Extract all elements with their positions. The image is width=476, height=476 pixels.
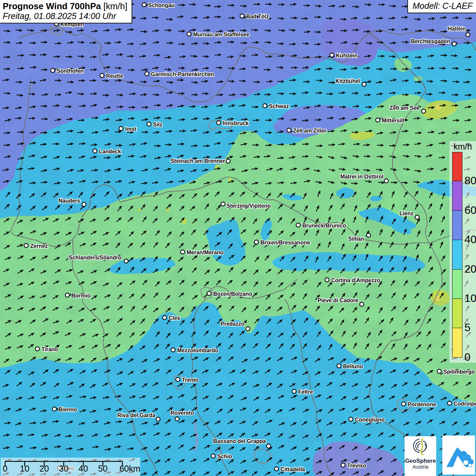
city-label: Spilimbergo bbox=[443, 369, 475, 375]
city-label: Schongau bbox=[148, 2, 174, 8]
city-label: Mittersill bbox=[382, 118, 404, 123]
legend-value: 80 bbox=[464, 174, 476, 187]
legend-segment bbox=[452, 181, 462, 210]
mountain-cloud-icon bbox=[442, 436, 475, 475]
legend-title: km/h bbox=[449, 142, 476, 152]
city-label: Imst bbox=[125, 126, 137, 132]
city-label: Matrei in Osttirol bbox=[340, 174, 384, 180]
city-label: Bienno bbox=[58, 407, 77, 412]
city-label: Cortina d'Ampezzo bbox=[331, 277, 380, 283]
scale-label: 30 bbox=[59, 464, 69, 474]
legend-segment bbox=[452, 211, 462, 240]
city-label: Zell am See bbox=[390, 105, 420, 111]
city-label: Rovereto bbox=[170, 410, 194, 416]
city-label: Codroipo bbox=[454, 401, 476, 407]
model-label: Modell: C-LAEF bbox=[413, 1, 473, 11]
city-label: Pieve di Cadore bbox=[318, 298, 358, 303]
city-label: Pordenone bbox=[408, 402, 436, 407]
city-label: Cles bbox=[169, 315, 180, 321]
city-marker: Meran/Merano bbox=[181, 250, 224, 255]
scale-label: 10 bbox=[20, 464, 30, 474]
city-label: Bormio bbox=[71, 293, 90, 299]
city-marker: Cortina d'Ampezzo bbox=[325, 277, 380, 283]
city-label: Schio bbox=[217, 454, 232, 459]
city-label: Brixen/Bressanone bbox=[260, 240, 310, 245]
color-legend: km/h 806040201050 bbox=[449, 141, 476, 363]
city-marker: Zell am Ziller bbox=[287, 128, 326, 134]
geosphere-logo: GeoSphere Austria bbox=[405, 436, 436, 476]
city-label: Zell am Ziller bbox=[293, 128, 326, 134]
city-label: Lienz bbox=[400, 210, 413, 216]
city-label: Landeck bbox=[99, 149, 121, 154]
page-title: Prognose Wind 700hPa [km/h] bbox=[3, 1, 128, 11]
geosphere-country: Austria bbox=[405, 464, 436, 470]
city-label: Nauders bbox=[58, 198, 80, 204]
geosphere-wordmark: GeoSphere bbox=[405, 458, 436, 464]
city-label: Cittadella bbox=[280, 466, 305, 472]
city-label: Silz bbox=[153, 122, 163, 128]
scale-label: 60km bbox=[119, 464, 140, 474]
title-box: Prognose Wind 700hPa [km/h] Freitag, 01.… bbox=[0, 0, 132, 23]
legend-value: 20 bbox=[464, 263, 476, 275]
city-label: Tirano bbox=[41, 346, 58, 352]
legend-value: 60 bbox=[464, 204, 476, 217]
city-label: Trento bbox=[182, 377, 199, 383]
city-label: Sillian bbox=[348, 236, 364, 242]
city-label: Zernez bbox=[30, 243, 48, 249]
city-label: Innsbruck bbox=[223, 120, 249, 126]
city-label: Bozen/Bolzano bbox=[213, 291, 252, 297]
scale-label: 0 bbox=[3, 464, 7, 474]
legend-segment bbox=[452, 152, 462, 181]
city-label: Steinach am Brenner bbox=[171, 158, 225, 164]
city-marker: Brixen/Bressanone bbox=[254, 240, 310, 245]
city-marker: Sterzing/Vipiteno bbox=[221, 202, 271, 209]
city-label: Kitzbühel bbox=[336, 78, 360, 84]
city-label: Treviso bbox=[347, 463, 366, 469]
city-label: Feltre bbox=[298, 389, 313, 395]
city-label: Meran/Merano bbox=[187, 250, 224, 255]
distance-scale-bar: 0102030405060km bbox=[1, 458, 140, 476]
city-label: Reutte bbox=[106, 73, 123, 79]
title-text: Prognose Wind 700hPa bbox=[3, 1, 101, 11]
city-label: Hallein bbox=[448, 26, 466, 32]
city-label: Schlanders/Silandro bbox=[69, 255, 121, 260]
scale-label: 40 bbox=[79, 464, 88, 474]
city-label: Sonthofen bbox=[57, 68, 84, 74]
city-label: Conegliano bbox=[355, 417, 385, 423]
city-label: Berchtesgaden bbox=[411, 38, 450, 44]
city-marker: Bruneck/Brunico bbox=[296, 223, 346, 228]
city-label: Belluno bbox=[343, 363, 363, 369]
legend-colorbar bbox=[452, 152, 462, 358]
city-label: Schwaz bbox=[269, 103, 289, 109]
legend-segment bbox=[452, 328, 462, 357]
legend-value: 10 bbox=[464, 292, 476, 305]
city-label: Murnau am Staffelsee bbox=[193, 32, 249, 37]
city-marker: Steinach am Brenner bbox=[171, 158, 230, 164]
wind-forecast-map-page: SchongauBad TölzKemptenMurnau am Staffel… bbox=[0, 0, 476, 476]
legend-segment bbox=[452, 299, 462, 328]
city-label: Predazzo bbox=[221, 321, 244, 327]
city-label: Bassano del Grappa bbox=[213, 438, 266, 444]
city-label: Riva del Garda bbox=[117, 412, 155, 418]
city-label: Kufstein bbox=[336, 53, 358, 58]
geosphere-contour-icon bbox=[410, 436, 431, 457]
city-label: Mezzolombardo bbox=[177, 347, 218, 353]
city-marker: Mezzolombardo bbox=[171, 347, 218, 353]
legend-value: 0 bbox=[464, 351, 471, 363]
legend-value: 40 bbox=[464, 233, 476, 246]
title-unit: [km/h] bbox=[103, 1, 128, 11]
city-marker: Bozen/Bolzano bbox=[207, 291, 252, 297]
legend-segment bbox=[452, 270, 462, 299]
legend-value: 5 bbox=[464, 321, 471, 334]
legend-segment bbox=[452, 240, 462, 269]
city-label: Bad Tölz bbox=[246, 14, 269, 19]
city-label: Bruneck/Brunico bbox=[302, 223, 346, 228]
scale-label: 50 bbox=[98, 464, 108, 474]
city-marker: Garmisch-Partenkirchen bbox=[145, 71, 214, 77]
scale-label: 20 bbox=[39, 464, 49, 474]
forecast-datetime: Freitag, 01.08.2025 14:00 Uhr bbox=[3, 11, 128, 21]
city-label: Sterzing/Vipiteno bbox=[226, 203, 271, 209]
partner-logo bbox=[442, 436, 475, 475]
city-marker: Murnau am Staffelsee bbox=[187, 32, 249, 37]
model-box: Modell: C-LAEF bbox=[407, 0, 476, 13]
